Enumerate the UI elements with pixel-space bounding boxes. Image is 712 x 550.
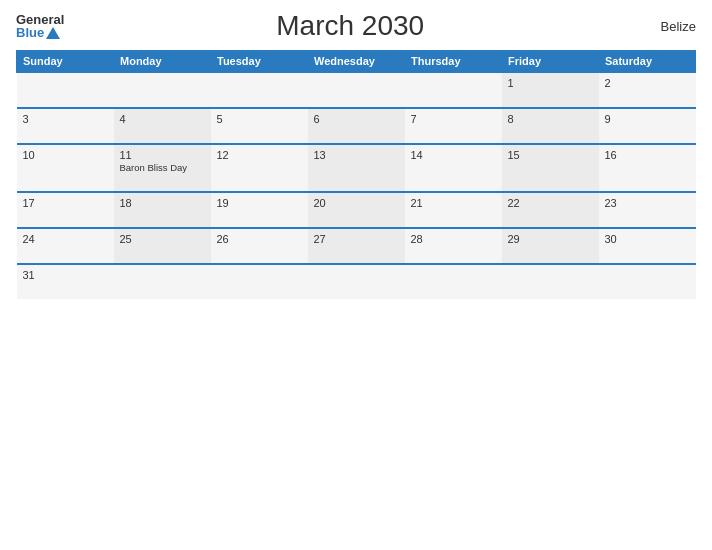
day-number: 5 xyxy=(217,113,302,125)
day-number: 25 xyxy=(120,233,205,245)
week-row-1: 3456789 xyxy=(17,108,696,144)
calendar-cell xyxy=(308,72,405,108)
calendar-cell xyxy=(308,264,405,299)
calendar-cell xyxy=(405,72,502,108)
calendar-cell: 23 xyxy=(599,192,696,228)
calendar-cell: 11Baron Bliss Day xyxy=(114,144,211,192)
day-number: 29 xyxy=(508,233,593,245)
calendar-cell xyxy=(502,264,599,299)
calendar-cell: 13 xyxy=(308,144,405,192)
calendar-cell: 27 xyxy=(308,228,405,264)
calendar-cell: 1 xyxy=(502,72,599,108)
calendar-cell: 22 xyxy=(502,192,599,228)
calendar-cell: 30 xyxy=(599,228,696,264)
header-sunday: Sunday xyxy=(17,51,114,73)
calendar-cell xyxy=(211,264,308,299)
calendar-cell: 29 xyxy=(502,228,599,264)
calendar-cell xyxy=(114,264,211,299)
day-number: 23 xyxy=(605,197,690,209)
calendar-table: Sunday Monday Tuesday Wednesday Thursday… xyxy=(16,50,696,299)
week-row-4: 24252627282930 xyxy=(17,228,696,264)
header-tuesday: Tuesday xyxy=(211,51,308,73)
week-row-2: 1011Baron Bliss Day1213141516 xyxy=(17,144,696,192)
calendar-title: March 2030 xyxy=(64,10,636,42)
calendar-cell: 25 xyxy=(114,228,211,264)
day-number: 30 xyxy=(605,233,690,245)
header-friday: Friday xyxy=(502,51,599,73)
calendar-cell-empty xyxy=(17,72,114,108)
day-number: 21 xyxy=(411,197,496,209)
calendar-cell: 4 xyxy=(114,108,211,144)
day-number: 17 xyxy=(23,197,108,209)
day-number: 8 xyxy=(508,113,593,125)
calendar-cell: 19 xyxy=(211,192,308,228)
calendar-cell xyxy=(114,72,211,108)
day-number: 26 xyxy=(217,233,302,245)
calendar-cell xyxy=(599,264,696,299)
calendar-cell: 17 xyxy=(17,192,114,228)
calendar-cell: 5 xyxy=(211,108,308,144)
header-saturday: Saturday xyxy=(599,51,696,73)
day-number: 13 xyxy=(314,149,399,161)
day-number: 6 xyxy=(314,113,399,125)
day-number: 1 xyxy=(508,77,593,89)
calendar-cell: 3 xyxy=(17,108,114,144)
calendar-event: Baron Bliss Day xyxy=(120,162,205,173)
calendar-cell: 28 xyxy=(405,228,502,264)
day-number: 14 xyxy=(411,149,496,161)
calendar-cell: 14 xyxy=(405,144,502,192)
calendar-cell: 16 xyxy=(599,144,696,192)
day-number: 27 xyxy=(314,233,399,245)
day-number: 7 xyxy=(411,113,496,125)
day-number: 20 xyxy=(314,197,399,209)
header: General Blue March 2030 Belize xyxy=(16,10,696,42)
day-number: 11 xyxy=(120,149,205,161)
day-number: 19 xyxy=(217,197,302,209)
day-number: 10 xyxy=(23,149,108,161)
day-number: 4 xyxy=(120,113,205,125)
calendar-cell: 6 xyxy=(308,108,405,144)
day-number: 22 xyxy=(508,197,593,209)
day-number: 24 xyxy=(23,233,108,245)
calendar-cell: 8 xyxy=(502,108,599,144)
calendar-cell: 9 xyxy=(599,108,696,144)
header-thursday: Thursday xyxy=(405,51,502,73)
day-number: 16 xyxy=(605,149,690,161)
day-number: 9 xyxy=(605,113,690,125)
header-wednesday: Wednesday xyxy=(308,51,405,73)
day-number: 31 xyxy=(23,269,108,281)
week-row-3: 17181920212223 xyxy=(17,192,696,228)
calendar-cell: 2 xyxy=(599,72,696,108)
calendar-cell: 31 xyxy=(17,264,114,299)
calendar-cell: 20 xyxy=(308,192,405,228)
week-row-5: 31 xyxy=(17,264,696,299)
calendar-cell: 21 xyxy=(405,192,502,228)
header-monday: Monday xyxy=(114,51,211,73)
country-label: Belize xyxy=(636,19,696,34)
day-number: 2 xyxy=(605,77,690,89)
calendar-cell: 18 xyxy=(114,192,211,228)
calendar-cell: 12 xyxy=(211,144,308,192)
calendar-page: General Blue March 2030 Belize Sunday Mo… xyxy=(0,0,712,550)
calendar-cell: 7 xyxy=(405,108,502,144)
day-number: 18 xyxy=(120,197,205,209)
logo: General Blue xyxy=(16,13,64,39)
calendar-cell: 24 xyxy=(17,228,114,264)
calendar-cell: 15 xyxy=(502,144,599,192)
days-header-row: Sunday Monday Tuesday Wednesday Thursday… xyxy=(17,51,696,73)
week-row-0: 12 xyxy=(17,72,696,108)
calendar-cell xyxy=(405,264,502,299)
calendar-cell: 26 xyxy=(211,228,308,264)
day-number: 15 xyxy=(508,149,593,161)
day-number: 3 xyxy=(23,113,108,125)
day-number: 28 xyxy=(411,233,496,245)
day-number: 12 xyxy=(217,149,302,161)
calendar-cell xyxy=(211,72,308,108)
logo-blue-text: Blue xyxy=(16,26,44,39)
calendar-cell: 10 xyxy=(17,144,114,192)
logo-triangle-icon xyxy=(46,27,60,39)
